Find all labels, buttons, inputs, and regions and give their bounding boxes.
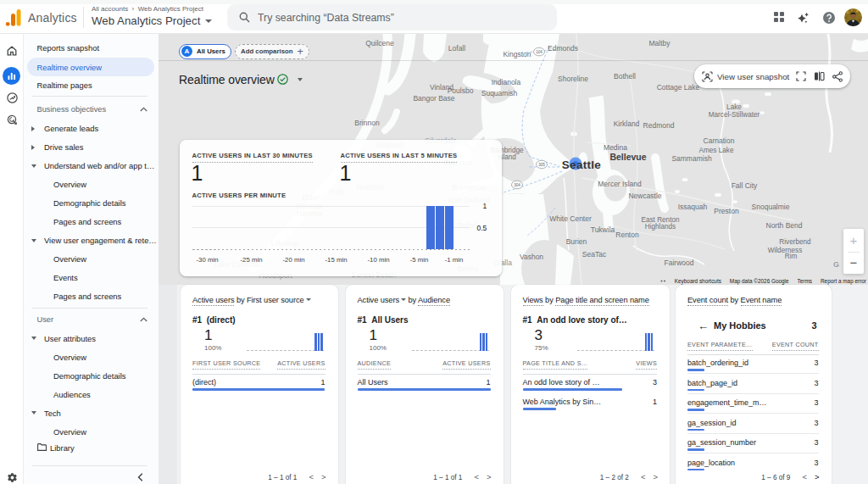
svg-text:Kingston: Kingston xyxy=(503,50,531,58)
svg-text:Indianola: Indianola xyxy=(492,78,521,86)
svg-text:Fairwood: Fairwood xyxy=(665,259,694,267)
svg-text:Marcel-Stillwater: Marcel-Stillwater xyxy=(709,111,760,119)
svg-text:SeaTac: SeaTac xyxy=(582,250,607,259)
svg-text:Bothell: Bothell xyxy=(614,72,636,81)
svg-text:Quilcene: Quilcene xyxy=(365,39,394,47)
svg-text:Carnation: Carnation xyxy=(704,136,735,145)
svg-text:Bellevue: Bellevue xyxy=(609,152,646,162)
svg-text:Lake: Lake xyxy=(726,103,742,111)
svg-text:Redmond: Redmond xyxy=(643,121,675,130)
svg-text:Medina: Medina xyxy=(604,143,627,152)
svg-text:Sammamish: Sammamish xyxy=(671,154,712,163)
svg-text:305: 305 xyxy=(538,163,545,167)
svg-text:Brinnon: Brinnon xyxy=(354,119,380,127)
svg-text:Snoqualmie: Snoqualmie xyxy=(752,203,790,211)
svg-text:Edmonds: Edmonds xyxy=(548,44,578,53)
svg-text:North Bend: North Bend xyxy=(766,221,803,230)
svg-text:104: 104 xyxy=(536,50,542,54)
svg-text:Fall City: Fall City xyxy=(732,181,758,190)
svg-text:White Center: White Center xyxy=(549,214,592,223)
svg-text:Shoreline: Shoreline xyxy=(558,75,588,83)
svg-text:304: 304 xyxy=(514,183,520,187)
svg-text:Lofall: Lofall xyxy=(448,44,465,53)
svg-text:Suquamish: Suquamish xyxy=(481,89,518,97)
svg-text:Rim: Rim xyxy=(785,253,798,260)
svg-text:Preston: Preston xyxy=(714,207,739,215)
svg-text:Ames Lake: Ames Lake xyxy=(699,147,734,154)
svg-text:Renton: Renton xyxy=(615,231,639,239)
svg-text:Bangor Base: Bangor Base xyxy=(413,94,454,103)
svg-text:Kirkland: Kirkland xyxy=(614,120,640,128)
svg-text:Newcastle: Newcastle xyxy=(628,192,661,200)
svg-text:Cottage Lake: Cottage Lake xyxy=(657,83,700,92)
svg-text:Mercer Island: Mercer Island xyxy=(598,180,642,188)
svg-text:Tukwila: Tukwila xyxy=(591,225,615,234)
svg-text:Issaquah: Issaquah xyxy=(678,203,708,211)
svg-text:Burien: Burien xyxy=(566,237,587,246)
svg-text:Maltby: Maltby xyxy=(648,39,670,47)
svg-text:Vashon: Vashon xyxy=(520,253,543,261)
svg-text:Riverbend: Riverbend xyxy=(779,238,811,246)
svg-text:Highlands: Highlands xyxy=(645,223,676,231)
svg-text:Seattle: Seattle xyxy=(562,159,602,171)
